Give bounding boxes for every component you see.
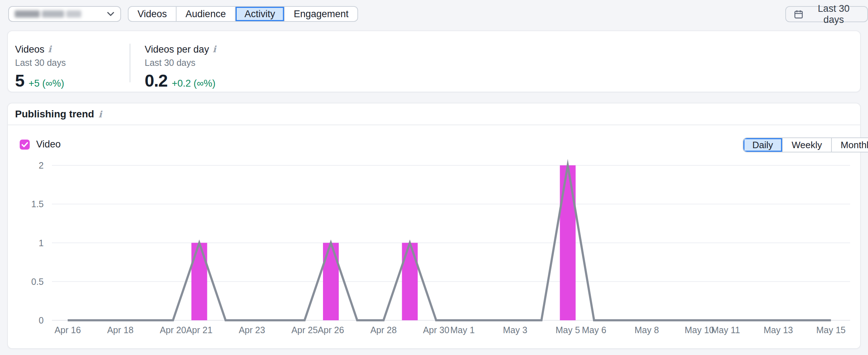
svg-text:Apr 28: Apr 28 (370, 325, 397, 335)
stats-card: Videos i Last 30 days 5 +5 (∞%) Videos p… (7, 30, 861, 92)
svg-text:May 1: May 1 (450, 325, 474, 335)
svg-text:Apr 20: Apr 20 (160, 325, 186, 335)
calendar-icon (794, 9, 803, 19)
svg-text:1.5: 1.5 (31, 199, 44, 209)
svg-text:May 6: May 6 (582, 325, 606, 335)
activity-analytics-page: { "top_bar": { "tabs": [ { "label": "Vid… (0, 0, 868, 355)
stat-delta: +5 (∞%) (29, 78, 64, 89)
svg-text:Apr 25: Apr 25 (291, 325, 318, 335)
svg-text:1: 1 (39, 238, 44, 248)
stat-title: Videos (15, 44, 44, 55)
tab-activity[interactable]: Activity (235, 7, 284, 21)
channel-dropdown[interactable] (8, 6, 121, 22)
bar (560, 165, 576, 320)
svg-text:2: 2 (39, 160, 44, 170)
blurred-channel-name (15, 10, 81, 18)
svg-text:Apr 23: Apr 23 (239, 325, 265, 335)
stat-title: Videos per day (145, 44, 209, 55)
tab-videos[interactable]: Videos (129, 7, 176, 21)
bar (402, 243, 418, 321)
date-range-label: Last 30 days (808, 3, 859, 25)
svg-text:May 13: May 13 (764, 325, 793, 335)
svg-text:May 11: May 11 (711, 325, 740, 335)
svg-text:Apr 21: Apr 21 (186, 325, 213, 335)
svg-text:0.5: 0.5 (31, 277, 44, 287)
stat-videos-per-day: Videos per day i Last 30 days 0.2 +0.2 (… (145, 44, 216, 91)
stat-videos: Videos i Last 30 days 5 +5 (∞%) (15, 44, 66, 91)
stat-subtitle: Last 30 days (145, 58, 216, 68)
svg-text:Apr 26: Apr 26 (318, 325, 344, 335)
tab-audience[interactable]: Audience (176, 7, 235, 21)
y-axis-labels: 00.511.52 (31, 160, 44, 325)
stats-divider (130, 44, 130, 82)
section-tabs: Videos Audience Activity Engagement (128, 6, 358, 22)
svg-text:Apr 16: Apr 16 (54, 325, 81, 335)
stat-value: 0.2 (145, 71, 168, 91)
date-range-button[interactable]: Last 30 days (785, 6, 868, 22)
info-icon[interactable]: i (213, 44, 216, 54)
svg-text:May 8: May 8 (635, 325, 659, 335)
x-axis-labels: Apr 16Apr 18Apr 20Apr 21Apr 23Apr 25Apr … (54, 325, 845, 335)
y-gridlines (52, 165, 850, 320)
chevron-down-icon (107, 11, 115, 16)
svg-text:May 5: May 5 (555, 325, 580, 335)
svg-text:May 3: May 3 (503, 325, 527, 335)
stat-value: 5 (15, 71, 24, 91)
publishing-chart[interactable]: 00.511.52Apr 16Apr 18Apr 20Apr 21Apr 23A… (8, 103, 862, 350)
svg-text:0: 0 (39, 315, 44, 325)
svg-text:May 15: May 15 (816, 325, 846, 335)
stat-subtitle: Last 30 days (15, 58, 66, 68)
svg-text:Apr 30: Apr 30 (423, 325, 449, 335)
publishing-trend-card: Publishing trend i Video Daily Weekly Mo… (7, 103, 861, 349)
tab-engagement[interactable]: Engagement (284, 7, 357, 21)
stat-delta: +0.2 (∞%) (172, 78, 216, 89)
info-icon[interactable]: i (48, 44, 52, 54)
svg-text:Apr 18: Apr 18 (107, 325, 134, 335)
bar (323, 243, 339, 321)
bar (192, 243, 207, 321)
svg-text:May 10: May 10 (685, 325, 714, 335)
